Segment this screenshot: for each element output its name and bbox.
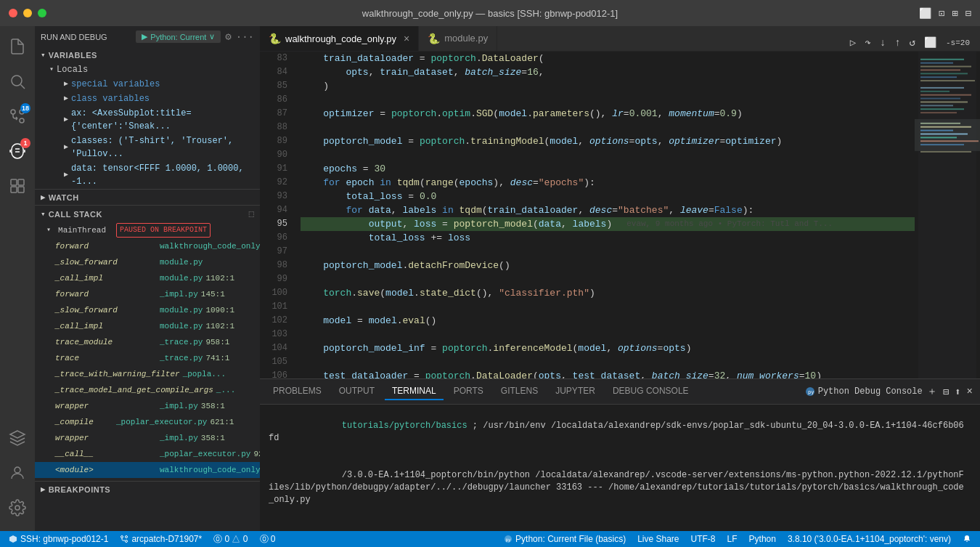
status-errors[interactable]: ⓪ 0 △ 0 bbox=[211, 533, 250, 546]
svg-rect-23 bbox=[920, 98, 960, 100]
stack-frame-2[interactable]: _call_impl module.py 1102:1 bbox=[35, 270, 260, 286]
data-variable-item[interactable]: ▶ data: tensor<FFFF 1.0000, 1.0000, -1..… bbox=[35, 161, 260, 189]
layout-icon[interactable]: ⊡ bbox=[939, 7, 944, 20]
status-ssh[interactable]: SSH: gbnwp-pod012-1 bbox=[6, 534, 111, 544]
stack-name-0: forward bbox=[55, 240, 157, 253]
call-stack-more-icon[interactable]: ⬚ bbox=[249, 208, 254, 219]
sidebar-toggle-icon[interactable]: ⬜ bbox=[919, 7, 931, 20]
status-line-ending-label: LF bbox=[727, 534, 738, 544]
stack-frame-11[interactable]: _compile _poplar_executor.py 621:1 bbox=[35, 414, 260, 430]
status-version[interactable]: 3.8.10 ('3.0.0-EA.1+1104_poptorch': venv… bbox=[785, 534, 954, 544]
stack-frame-7[interactable]: trace _trace.py 741:1 bbox=[35, 350, 260, 366]
activity-search[interactable] bbox=[0, 64, 35, 99]
tab-problems[interactable]: PROBLEMS bbox=[266, 383, 329, 400]
stop-icon[interactable]: ⬜ bbox=[920, 34, 940, 51]
status-notifications[interactable] bbox=[960, 535, 974, 543]
stack-name-14: <module> bbox=[55, 463, 157, 477]
tab-output[interactable]: OUTPUT bbox=[332, 383, 382, 400]
watch-header[interactable]: ▶ WATCH bbox=[35, 190, 260, 205]
svg-rect-8 bbox=[18, 187, 24, 193]
stack-file-8: _popla... bbox=[183, 368, 226, 381]
tab-module[interactable]: 🐍 module.py bbox=[419, 26, 497, 51]
tab-close-1[interactable]: × bbox=[404, 33, 409, 44]
debug-config-icon[interactable]: ⚙ bbox=[225, 31, 231, 43]
code-editor[interactable]: 83 84 85 86 87 88 89 90 91 92 93 94 95 9… bbox=[260, 52, 980, 378]
thread-item[interactable]: ▾ MainThread PAUSED ON BREAKPOINT bbox=[35, 222, 260, 238]
tab-ports[interactable]: PORTS bbox=[446, 383, 491, 400]
call-stack-header[interactable]: ▾ CALL STACK ⬚ bbox=[35, 206, 260, 222]
stack-frame-3[interactable]: forward _impl.py 145:1 bbox=[35, 286, 260, 302]
svg-rect-6 bbox=[18, 179, 24, 185]
stack-frame-6[interactable]: trace_module _trace.py 958:1 bbox=[35, 334, 260, 350]
code-line-90 bbox=[301, 148, 915, 162]
step-out-icon[interactable]: ↑ bbox=[891, 35, 904, 51]
stack-frame-9[interactable]: _trace_model_and_get_compile_args _... bbox=[35, 382, 260, 398]
svg-point-10 bbox=[15, 506, 20, 510]
special-variables-item[interactable]: ▶ special variables bbox=[35, 77, 260, 92]
stack-frame-14[interactable]: <module> walkthrough_code_only.py bbox=[35, 462, 260, 478]
activity-remote[interactable] bbox=[0, 421, 35, 455]
stack-frame-13[interactable]: __call__ _poplar_executor.py 921:1 bbox=[35, 446, 260, 462]
svg-rect-32 bbox=[920, 134, 968, 135]
status-line-ending[interactable]: LF bbox=[724, 534, 740, 544]
stack-frame-10[interactable]: wrapper _impl.py 358:1 bbox=[35, 398, 260, 414]
stack-frame-8[interactable]: _trace_with_warning_filter _popla... bbox=[35, 366, 260, 382]
activity-settings[interactable] bbox=[0, 490, 35, 525]
restart-icon[interactable]: ↺ bbox=[906, 34, 919, 51]
ax-variable-item[interactable]: ▶ ax: <AxesSubplot:title={'center':'Snea… bbox=[35, 106, 260, 134]
code-line-106: test_dataloader = poptorch.DataLoader(op… bbox=[301, 369, 915, 378]
svg-rect-22 bbox=[920, 94, 971, 96]
status-language[interactable]: Python bbox=[746, 534, 779, 544]
status-git[interactable]: arcpatch-D71907* bbox=[117, 534, 205, 544]
tab-gitlens[interactable]: GITLENS bbox=[494, 383, 545, 400]
activity-source-control[interactable]: 18 bbox=[0, 99, 35, 134]
stack-frame-12[interactable]: wrapper _impl.py 358:1 bbox=[35, 430, 260, 446]
status-remote[interactable]: ⓪ 0 bbox=[257, 533, 279, 546]
status-encoding[interactable]: UTF-8 bbox=[688, 534, 719, 544]
activity-debug[interactable]: 1 bbox=[0, 134, 35, 169]
stack-line-7: 741:1 bbox=[205, 352, 229, 365]
stack-name-5: _call_impl bbox=[55, 320, 157, 333]
run-button[interactable]: ▶ Python: Current ∨ bbox=[136, 31, 221, 43]
step-over-icon[interactable]: ↷ bbox=[861, 34, 874, 51]
stack-frame-4[interactable]: _slow_forward module.py 1090:1 bbox=[35, 302, 260, 318]
stack-frame-1[interactable]: _slow_forward module.py bbox=[35, 254, 260, 270]
maximize-panel-icon[interactable]: ⬆ bbox=[953, 384, 962, 400]
terminal-content[interactable]: tutorials/pytorch/basics ; /usr/bin/env … bbox=[260, 405, 980, 531]
svg-rect-27 bbox=[920, 112, 957, 113]
status-live-share[interactable]: Live Share bbox=[634, 534, 682, 544]
tab-debug-console[interactable]: DEBUG CONSOLE bbox=[605, 383, 696, 400]
continue-icon[interactable]: ▷ bbox=[846, 34, 859, 51]
breakpoints-header[interactable]: ▶ BREAKPOINTS bbox=[35, 482, 260, 497]
tab-jupyter[interactable]: JUPYTER bbox=[548, 383, 603, 400]
close-panel-icon[interactable]: × bbox=[965, 384, 974, 399]
code-line-93: total_loss = 0.0 bbox=[301, 190, 915, 203]
activity-extensions[interactable] bbox=[0, 169, 35, 203]
new-terminal-icon[interactable]: ＋ bbox=[926, 384, 939, 400]
classes-variable-item[interactable]: ▶ classes: ('T-shirt', 'Trouser', 'Pullo… bbox=[35, 134, 260, 161]
stack-frame-0[interactable]: forward walkthrough_code_only.py bbox=[35, 238, 260, 254]
call-stack-chevron-icon: ▾ bbox=[41, 209, 46, 219]
status-interpreter[interactable]: py Python: Current File (basics) bbox=[501, 534, 629, 544]
locals-item[interactable]: ▾ Locals bbox=[35, 62, 260, 77]
remote-status-icon bbox=[9, 535, 17, 543]
close-button[interactable] bbox=[9, 9, 17, 17]
code-content[interactable]: train_dataloader = poptorch.DataLoader( … bbox=[295, 52, 915, 378]
maximize-button[interactable] bbox=[38, 9, 46, 17]
split-terminal-icon[interactable]: ⊟ bbox=[942, 384, 950, 400]
step-into-icon[interactable]: ↓ bbox=[876, 35, 889, 51]
code-line-92: for epoch in tqdm(range(epochs), desc="e… bbox=[301, 176, 915, 190]
activity-files[interactable] bbox=[0, 29, 35, 64]
class-variables-item[interactable]: ▶ class variables bbox=[35, 92, 260, 106]
grid-icon[interactable]: ⊟ bbox=[965, 7, 971, 20]
code-line-98: poptorch_model.detachFromDevice() bbox=[301, 259, 915, 272]
minimize-button[interactable] bbox=[23, 9, 32, 17]
variables-header[interactable]: ▾ VARIABLES bbox=[35, 47, 260, 62]
tab-terminal[interactable]: TERMINAL bbox=[385, 383, 444, 400]
stack-frame-5[interactable]: _call_impl module.py 1102:1 bbox=[35, 318, 260, 334]
tab-walkthrough[interactable]: 🐍 walkthrough_code_only.py × bbox=[260, 26, 419, 51]
debug-more-icon[interactable]: ··· bbox=[236, 31, 254, 43]
split-icon[interactable]: ⊞ bbox=[952, 7, 957, 20]
activity-account[interactable] bbox=[0, 455, 35, 490]
class-variables-label: class variables bbox=[71, 92, 150, 105]
